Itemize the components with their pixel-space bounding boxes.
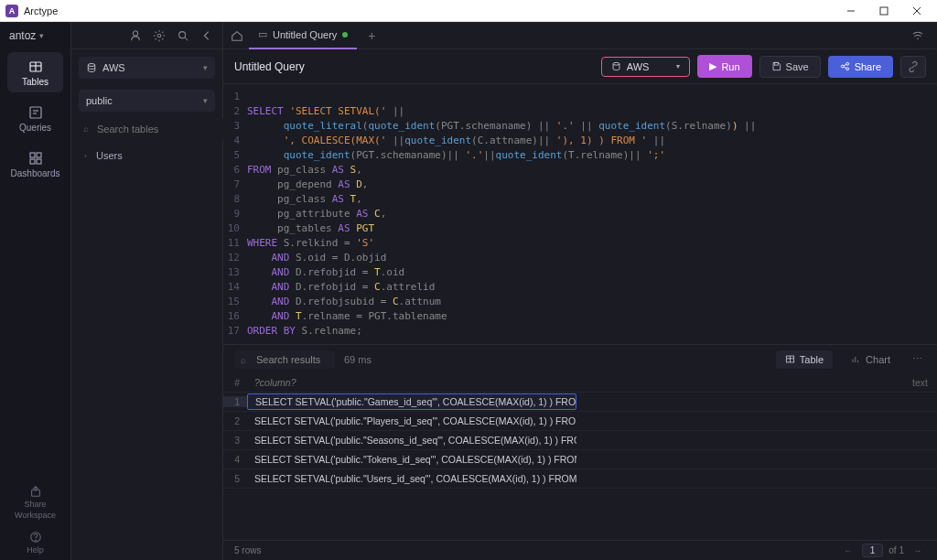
rail-help[interactable]: Help — [0, 525, 70, 560]
window-minimize[interactable] — [835, 0, 867, 22]
table-row[interactable]: 1SELECT SETVAL('public."Games_id_seq"', … — [223, 393, 937, 412]
search-icon: ⌕ — [241, 355, 246, 365]
home-icon[interactable] — [231, 29, 243, 42]
link-icon — [908, 61, 919, 72]
page-prev[interactable]: ← — [840, 545, 856, 555]
rail-label: Workspace — [15, 511, 56, 520]
rail-label: Tables — [22, 77, 48, 87]
table-row[interactable]: 3SELECT SETVAL('public."Seasons_id_seq"'… — [223, 431, 937, 450]
gear-icon[interactable] — [153, 29, 166, 42]
share-button[interactable]: Share — [828, 56, 893, 78]
view-label: Chart — [866, 354, 890, 365]
page-number[interactable]: 1 — [862, 544, 884, 557]
table-search-input[interactable] — [79, 119, 229, 139]
save-button[interactable]: Save — [759, 56, 821, 78]
svg-rect-10 — [30, 153, 35, 157]
left-rail: antoz ▾ Tables Queries Dashboards Share … — [0, 22, 71, 560]
svg-point-16 — [35, 540, 36, 541]
collapse-icon[interactable] — [200, 29, 213, 42]
run-button[interactable]: ▶ Run — [697, 55, 751, 78]
cell-value[interactable]: SELECT SETVAL('public."Users_id_seq"', C… — [247, 473, 576, 484]
result-table: # ?column? text 1SELECT SETVAL('public."… — [223, 373, 937, 489]
connection-status-icon[interactable] — [906, 29, 930, 42]
results-toolbar: ⌕ Search results 69 ms Table Chart ⋯ — [223, 344, 937, 373]
view-chart-button[interactable]: Chart — [842, 350, 899, 369]
cell-value[interactable]: SELECT SETVAL('public."Tokens_id_seq"', … — [247, 454, 576, 465]
database-icon — [86, 62, 97, 73]
table-icon — [28, 59, 43, 74]
copy-link-button[interactable] — [900, 56, 926, 78]
query-timing: 69 ms — [344, 354, 372, 365]
pager: ← 1 of 1 → — [840, 544, 926, 557]
rail-label: Share — [24, 500, 46, 509]
table-row[interactable]: 5SELECT SETVAL('public."Users_id_seq"', … — [223, 469, 937, 489]
results-search[interactable]: ⌕ Search results — [234, 350, 335, 369]
more-icon[interactable]: ⋯ — [909, 353, 926, 365]
rail-tables[interactable]: Tables — [7, 52, 63, 92]
chevron-down-icon: ▾ — [39, 31, 44, 40]
results-search-placeholder: Search results — [256, 354, 320, 365]
svg-point-26 — [846, 68, 849, 70]
row-number: 1 — [223, 396, 247, 407]
query-title[interactable]: Untitled Query — [234, 60, 594, 73]
workspace-switcher[interactable]: antoz ▾ — [0, 22, 70, 49]
user-icon[interactable] — [129, 29, 142, 42]
row-number-header: # — [223, 377, 247, 388]
window-close[interactable] — [900, 0, 933, 22]
svg-rect-1 — [880, 7, 888, 15]
svg-line-20 — [185, 37, 188, 40]
rail-share-workspace[interactable]: Share Workspace — [0, 479, 70, 525]
new-tab-button[interactable]: + — [362, 28, 381, 43]
main-area: ▭ Untitled Query + Untitled Query AWS ▾ … — [223, 22, 937, 560]
query-toolbar: Untitled Query AWS ▾ ▶ Run Save Share — [223, 49, 937, 84]
table-icon — [785, 354, 795, 364]
page-of: of 1 — [889, 545, 904, 555]
row-number: 4 — [223, 454, 247, 465]
row-count: 5 rows — [234, 545, 261, 555]
result-footer: 5 rows ← 1 of 1 → — [223, 540, 937, 560]
share-label: Share — [855, 61, 881, 72]
row-number: 2 — [223, 415, 247, 426]
schema-select[interactable]: public ▾ — [79, 90, 215, 112]
app-title: Arctype — [24, 5, 835, 16]
side-header — [71, 22, 222, 49]
window-maximize[interactable] — [867, 0, 900, 22]
table-search-row: ⌕ ⋯ — [79, 119, 215, 139]
tree-item-users[interactable]: › Users — [79, 146, 215, 165]
svg-rect-7 — [30, 107, 41, 118]
tree-label: Users — [96, 150, 123, 161]
table-row[interactable]: 4SELECT SETVAL('public."Tokens_id_seq"',… — [223, 450, 937, 469]
app-icon: A — [5, 5, 18, 17]
tab-untitled-query[interactable]: ▭ Untitled Query — [249, 22, 357, 49]
cell-value[interactable]: SELECT SETVAL('public."Seasons_id_seq"',… — [247, 435, 576, 446]
column-type: text — [912, 377, 937, 388]
save-icon — [771, 61, 781, 71]
svg-point-17 — [133, 30, 137, 35]
chevron-right-icon: › — [84, 152, 92, 160]
chevron-down-icon: ▾ — [203, 96, 208, 105]
rail-dashboards[interactable]: Dashboards — [7, 144, 63, 184]
help-icon — [29, 531, 42, 544]
search-icon[interactable] — [177, 29, 189, 42]
chevron-down-icon: ▾ — [203, 63, 208, 72]
database-select[interactable]: AWS ▾ — [601, 57, 691, 77]
tab-label: Untitled Query — [273, 29, 337, 40]
rail-label: Dashboards — [11, 168, 60, 178]
page-next[interactable]: → — [910, 545, 926, 555]
svg-line-27 — [844, 64, 846, 65]
view-table-button[interactable]: Table — [776, 350, 833, 369]
cell-value[interactable]: SELECT SETVAL('public."Players_id_seq"',… — [247, 415, 576, 426]
sql-editor[interactable]: 1 2 3 4 5 6 7 8 9 10 11 12 13 14 15 16 1… — [223, 84, 937, 344]
column-header[interactable]: ?column? — [247, 377, 576, 388]
cell-value[interactable]: SELECT SETVAL('public."Games_id_seq"', C… — [247, 393, 576, 410]
svg-rect-13 — [37, 159, 41, 164]
rail-queries[interactable]: Queries — [7, 98, 63, 138]
query-icon — [28, 105, 43, 120]
row-number: 5 — [223, 473, 247, 484]
table-tree: › Users — [71, 143, 222, 168]
window-titlebar: A Arctype — [0, 0, 937, 22]
table-row[interactable]: 2SELECT SETVAL('public."Players_id_seq"'… — [223, 412, 937, 431]
connection-select[interactable]: AWS ▾ — [79, 57, 215, 79]
database-icon — [611, 61, 621, 71]
share-icon — [29, 485, 42, 498]
